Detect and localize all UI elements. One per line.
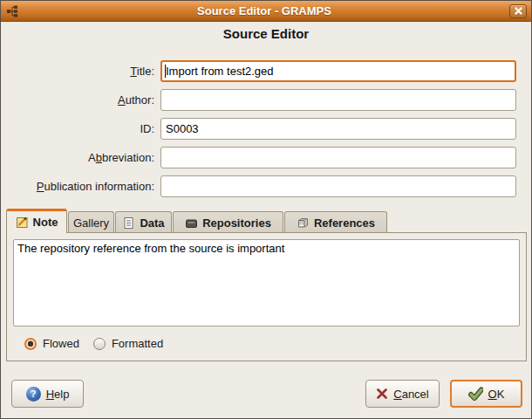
- gramps-app-icon: [5, 4, 19, 18]
- abbreviation-label: Abbreviation:: [1, 147, 154, 168]
- publication-info-input[interactable]: [160, 175, 516, 197]
- ok-button-label: OK: [488, 388, 505, 401]
- close-icon: [515, 7, 522, 15]
- note-icon: [16, 216, 29, 229]
- note-text-area[interactable]: The repository reference from the source…: [13, 239, 520, 326]
- flowed-radio-label[interactable]: Flowed: [43, 337, 79, 350]
- note-tab-panel: The repository reference from the source…: [6, 232, 527, 361]
- help-icon: ?: [26, 387, 41, 402]
- window-title: Source Editor - GRAMPS: [23, 4, 506, 17]
- cancel-icon: [376, 388, 388, 400]
- id-input[interactable]: [160, 118, 516, 140]
- formatted-radio-label[interactable]: Formatted: [112, 337, 163, 350]
- notebook-tabs: Note Gallery Data Repositories: [6, 209, 388, 233]
- tab-label: Repositories: [202, 216, 271, 230]
- repository-icon: [185, 216, 198, 230]
- tab-label: Note: [33, 216, 58, 229]
- publication-info-label: Publication information:: [1, 175, 154, 197]
- ok-check-icon: [468, 387, 483, 401]
- cancel-button-label: Cancel: [393, 388, 428, 401]
- ok-button[interactable]: OK: [450, 380, 522, 408]
- tab-data[interactable]: Data: [115, 211, 172, 233]
- help-button-label: Help: [46, 388, 70, 401]
- author-input[interactable]: [160, 89, 516, 111]
- text-caret: [165, 65, 166, 78]
- title-input[interactable]: [160, 60, 516, 82]
- title-label: Title:: [1, 60, 154, 82]
- formatted-radio[interactable]: [93, 338, 106, 350]
- author-label: Author:: [1, 89, 154, 111]
- data-icon: [122, 216, 135, 230]
- tab-label: Data: [140, 216, 164, 230]
- tab-gallery[interactable]: Gallery: [68, 211, 114, 233]
- tab-repositories[interactable]: Repositories: [173, 211, 283, 233]
- page-title: Source Editor: [1, 26, 531, 41]
- cancel-button[interactable]: Cancel: [365, 380, 440, 408]
- source-editor-dialog: Source Editor - GRAMPS Source Editor Tit…: [0, 0, 532, 419]
- tab-references[interactable]: References: [284, 211, 387, 233]
- abbreviation-input[interactable]: [160, 147, 516, 168]
- tab-note[interactable]: Note: [6, 209, 67, 233]
- id-label: ID:: [1, 118, 154, 140]
- note-format-options: Flowed Formatted: [24, 337, 177, 350]
- title-bar[interactable]: Source Editor - GRAMPS: [1, 1, 531, 22]
- flowed-radio[interactable]: [24, 338, 37, 350]
- close-button[interactable]: [509, 4, 527, 18]
- tab-label: Gallery: [73, 216, 109, 230]
- tab-label: References: [314, 216, 375, 230]
- references-icon: [297, 216, 310, 230]
- help-button[interactable]: ? Help: [11, 380, 84, 408]
